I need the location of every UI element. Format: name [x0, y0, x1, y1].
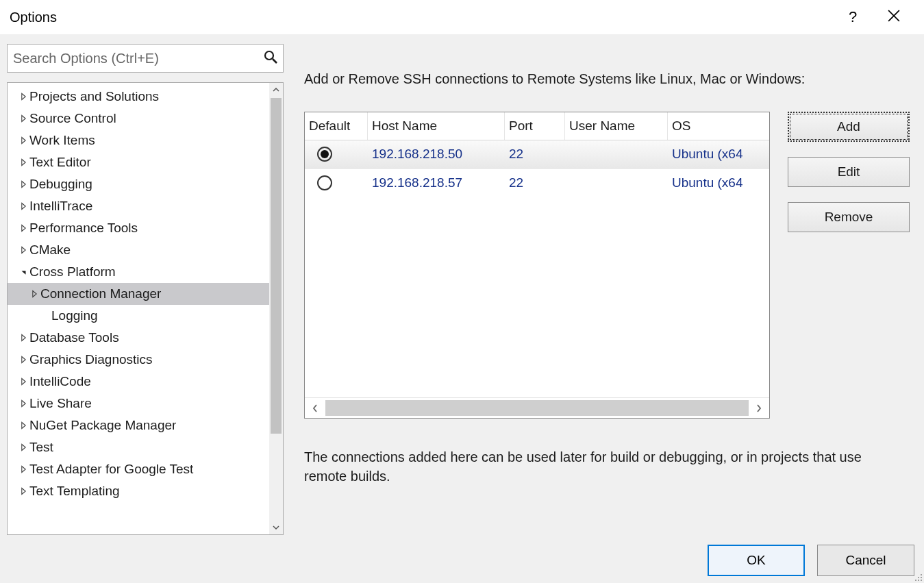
tree-item[interactable]: IntelliTrace — [8, 195, 269, 217]
tree-item-label: CMake — [29, 243, 71, 258]
tree-item[interactable]: Text Editor — [8, 151, 269, 173]
tree-item-label: Connection Manager — [40, 286, 161, 301]
tree-item[interactable]: Test — [8, 436, 269, 458]
tree-item[interactable]: Logging — [8, 305, 269, 327]
col-host[interactable]: Host Name — [368, 112, 505, 140]
chevron-right-icon[interactable] — [17, 443, 29, 451]
tree-item[interactable]: Projects and Solutions — [8, 86, 269, 108]
scroll-down-icon[interactable] — [269, 521, 283, 534]
chevron-right-icon[interactable] — [17, 158, 29, 166]
edit-button[interactable]: Edit — [788, 157, 910, 187]
chevron-right-icon[interactable] — [17, 114, 29, 123]
tree-scrollbar[interactable] — [269, 83, 283, 534]
scroll-left-icon[interactable] — [305, 398, 325, 418]
table-row[interactable]: 192.168.218.5722Ubuntu (x64 — [305, 169, 769, 197]
tree-item-label: Live Share — [29, 396, 92, 411]
right-panel: Add or Remove SSH connections to Remote … — [304, 44, 917, 535]
tree-item-label: Projects and Solutions — [29, 89, 159, 104]
resize-grip-icon[interactable] — [912, 571, 923, 582]
help-icon[interactable]: ? — [832, 8, 873, 26]
chevron-right-icon[interactable] — [17, 399, 29, 408]
connections-table: Default Host Name Port User Name OS 192.… — [304, 112, 770, 419]
tree-item[interactable]: CMake — [8, 239, 269, 261]
tree-item-label: IntelliTrace — [29, 199, 92, 214]
add-button[interactable]: Add — [788, 112, 910, 142]
svg-point-4 — [921, 574, 922, 575]
col-default[interactable]: Default — [305, 112, 368, 140]
search-icon[interactable] — [264, 50, 277, 67]
tree-item-label: Text Templating — [29, 484, 120, 499]
svg-point-8 — [918, 580, 919, 581]
table-header: Default Host Name Port User Name OS — [305, 112, 769, 140]
col-user[interactable]: User Name — [565, 112, 668, 140]
close-icon[interactable] — [873, 8, 914, 26]
tree-item-label: Cross Platform — [29, 264, 116, 280]
tree-item[interactable]: Work Items — [8, 129, 269, 151]
chevron-right-icon[interactable] — [17, 356, 29, 364]
tree-item-label: IntelliCode — [29, 374, 91, 389]
dialog-content: Projects and SolutionsSource ControlWork… — [0, 34, 924, 583]
window-title: Options — [10, 10, 832, 25]
cell-host: 192.168.218.57 — [368, 169, 505, 197]
col-port[interactable]: Port — [505, 112, 565, 140]
cell-os: Ubuntu (x64 — [668, 169, 769, 197]
scroll-right-icon[interactable] — [749, 398, 769, 418]
cancel-button[interactable]: Cancel — [817, 545, 914, 576]
tree-item[interactable]: Connection Manager — [8, 283, 269, 305]
remove-button[interactable]: Remove — [788, 202, 910, 232]
horizontal-scrollbar[interactable] — [305, 397, 769, 418]
ok-button[interactable]: OK — [708, 545, 805, 576]
tree-item-label: Test — [29, 440, 53, 455]
panel-header-text: Add or Remove SSH connections to Remote … — [304, 71, 917, 87]
chevron-right-icon[interactable] — [17, 224, 29, 232]
chevron-right-icon[interactable] — [17, 487, 29, 495]
tree-item[interactable]: Database Tools — [8, 327, 269, 349]
scroll-up-icon[interactable] — [269, 83, 283, 97]
chevron-right-icon[interactable] — [17, 136, 29, 145]
cell-user — [565, 169, 668, 197]
tree-item[interactable]: Live Share — [8, 393, 269, 414]
chevron-right-icon[interactable] — [17, 421, 29, 430]
scroll-thumb[interactable] — [271, 98, 282, 434]
default-radio-cell[interactable] — [305, 169, 368, 197]
svg-point-2 — [265, 51, 273, 60]
cell-user — [565, 140, 668, 168]
tree-item[interactable]: Test Adapter for Google Test — [8, 458, 269, 480]
tree-item-label: Graphics Diagnostics — [29, 352, 153, 367]
tree-item-label: Text Editor — [29, 155, 91, 170]
chevron-right-icon[interactable] — [17, 465, 29, 473]
tree-item[interactable]: Text Templating — [8, 480, 269, 502]
title-bar: Options ? — [0, 0, 924, 34]
tree-item[interactable]: Debugging — [8, 173, 269, 195]
radio-icon[interactable] — [317, 175, 332, 190]
chevron-right-icon[interactable] — [17, 180, 29, 188]
radio-icon[interactable] — [317, 147, 332, 162]
dialog-buttons: OK Cancel — [7, 535, 917, 578]
default-radio-cell[interactable] — [305, 140, 368, 168]
tree-item[interactable]: Graphics Diagnostics — [8, 349, 269, 371]
cell-port: 22 — [505, 140, 565, 168]
tree-item[interactable]: Cross Platform — [8, 261, 269, 283]
tree-item-label: Performance Tools — [29, 221, 138, 236]
chevron-down-icon[interactable] — [17, 268, 29, 276]
tree-item[interactable]: Performance Tools — [8, 217, 269, 239]
hscroll-thumb[interactable] — [325, 400, 749, 416]
chevron-right-icon[interactable] — [17, 92, 29, 101]
chevron-right-icon[interactable] — [17, 246, 29, 254]
chevron-right-icon[interactable] — [17, 334, 29, 342]
chevron-right-icon[interactable] — [17, 202, 29, 210]
tree-item[interactable]: IntelliCode — [8, 371, 269, 393]
chevron-right-icon[interactable] — [17, 377, 29, 386]
chevron-right-icon[interactable] — [28, 290, 40, 298]
cell-os: Ubuntu (x64 — [668, 140, 769, 168]
col-os[interactable]: OS — [668, 112, 769, 140]
table-row[interactable]: 192.168.218.5022Ubuntu (x64 — [305, 140, 769, 169]
left-panel: Projects and SolutionsSource ControlWork… — [7, 44, 284, 535]
svg-point-9 — [921, 580, 922, 581]
svg-point-7 — [915, 580, 916, 581]
tree-item[interactable]: Source Control — [8, 108, 269, 129]
search-input[interactable] — [13, 51, 264, 66]
tree-item[interactable]: NuGet Package Manager — [8, 414, 269, 436]
search-box[interactable] — [7, 44, 284, 73]
tree-item-label: NuGet Package Manager — [29, 418, 176, 433]
